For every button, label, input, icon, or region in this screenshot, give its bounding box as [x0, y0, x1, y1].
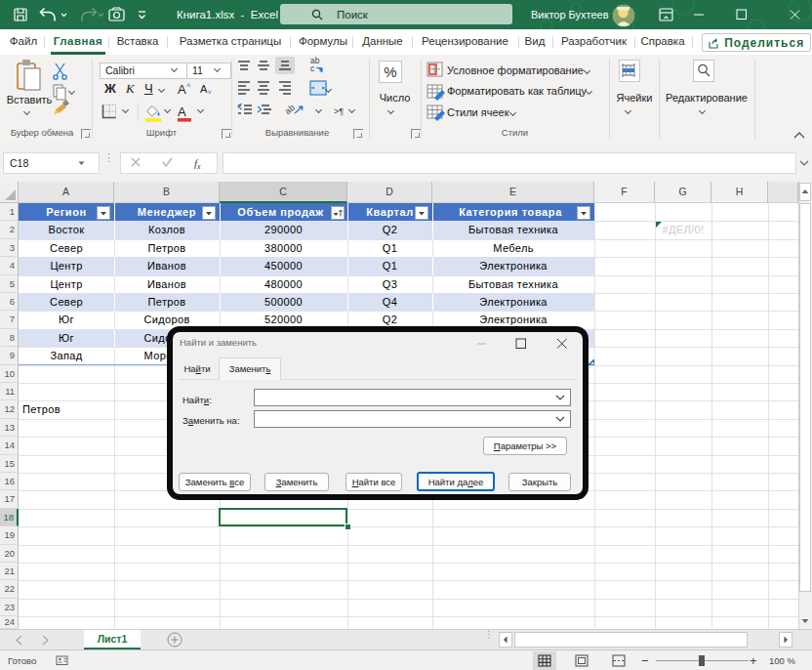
svg-text:ab: ab: [283, 103, 297, 116]
svg-text:А: А: [178, 105, 186, 119]
svg-text:>¶: >¶: [334, 106, 344, 116]
svg-text:fx: fx: [194, 157, 201, 171]
